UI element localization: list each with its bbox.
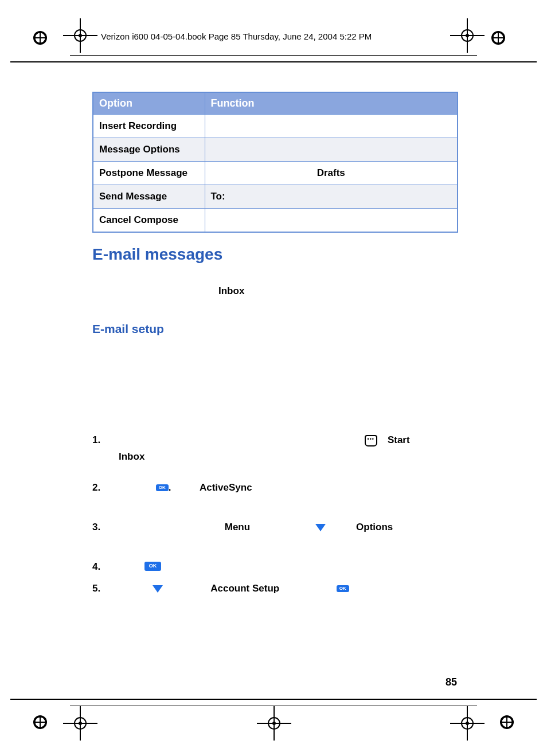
svg-point-31 <box>272 722 276 725</box>
table-header-function: Function <box>205 92 458 115</box>
step-number: 1. <box>92 433 113 448</box>
heading-email-setup: E-mail setup <box>92 322 458 336</box>
divider <box>10 61 537 62</box>
dot: . <box>169 482 171 493</box>
cell-option: Send Message <box>93 185 205 209</box>
divider <box>70 55 477 56</box>
inbox-label: Inbox <box>218 285 458 297</box>
menu-label: Menu <box>225 522 250 532</box>
step-body: OK <box>113 560 458 574</box>
svg-point-15 <box>79 34 82 37</box>
table-row: Cancel Compose <box>93 209 458 233</box>
cross-mark-icon <box>63 706 97 741</box>
steps-list: 1. Start Inbox 2. OK. ActiveSync 3. <box>92 433 458 596</box>
step-body: Menu Options <box>113 520 458 535</box>
step-number: 3. <box>92 520 113 535</box>
ok-button-icon: OK <box>144 562 162 571</box>
list-item: 1. Start Inbox <box>92 433 458 464</box>
cell-option: Message Options <box>93 138 205 162</box>
reg-mark-icon <box>490 30 506 46</box>
page-header: Verizon i600 04-05-04.book Page 85 Thurs… <box>101 32 372 41</box>
step-number: 2. <box>92 481 113 495</box>
cross-mark-icon <box>63 18 97 53</box>
down-arrow-icon <box>315 524 326 531</box>
cell-function <box>205 115 458 138</box>
table-row: Postpone Message Drafts <box>93 162 458 185</box>
cross-mark-icon <box>257 706 291 741</box>
cell-function-text: Drafts <box>317 167 345 178</box>
cross-mark-icon <box>450 18 485 53</box>
page-number: 85 <box>446 676 457 688</box>
ok-button-icon: OK <box>156 484 169 491</box>
cell-function <box>205 209 458 233</box>
cell-function-text: To: <box>211 191 225 202</box>
list-item: 4. OK <box>92 560 458 574</box>
step-body: Account Setup OK <box>113 582 458 596</box>
cell-option: Postpone Message <box>93 162 205 185</box>
cell-function: Drafts <box>205 162 458 185</box>
options-table: Option Function Insert Recording Message… <box>92 92 458 233</box>
inbox-label-step: Inbox <box>119 450 144 464</box>
table-row: Send Message To: <box>93 185 458 209</box>
cell-option: Insert Recording <box>93 115 205 138</box>
svg-point-23 <box>79 722 82 725</box>
cross-mark-icon <box>450 706 485 741</box>
reg-mark-icon <box>32 714 48 730</box>
step-number: 4. <box>92 560 113 574</box>
account-setup-label: Account Setup <box>210 583 279 594</box>
ok-button-icon: OK <box>337 585 349 592</box>
step-body: Start Inbox <box>113 433 458 464</box>
reg-mark-icon <box>499 714 515 730</box>
step-body: OK. ActiveSync <box>113 481 458 495</box>
svg-point-19 <box>466 34 469 37</box>
content-area: Option Function Insert Recording Message… <box>92 92 458 613</box>
cell-function <box>205 138 458 162</box>
divider <box>10 699 537 700</box>
table-header-option: Option <box>93 92 205 115</box>
reg-mark-icon <box>32 30 48 46</box>
start-label: Start <box>388 434 410 445</box>
start-key-icon <box>365 435 377 446</box>
list-item: 5. Account Setup OK <box>92 582 458 596</box>
activesync-label: ActiveSync <box>200 482 252 493</box>
step-number: 5. <box>92 582 113 596</box>
heading-email-messages: E-mail messages <box>92 245 458 264</box>
cell-option: Cancel Compose <box>93 209 205 233</box>
svg-point-27 <box>466 722 469 725</box>
list-item: 2. OK. ActiveSync <box>92 481 458 495</box>
table-row: Insert Recording <box>93 115 458 138</box>
divider <box>70 706 477 706</box>
down-arrow-icon <box>153 585 163 593</box>
list-item: 3. Menu Options <box>92 520 458 535</box>
options-label: Options <box>356 522 393 532</box>
table-row: Message Options <box>93 138 458 162</box>
cell-function: To: <box>205 185 458 209</box>
